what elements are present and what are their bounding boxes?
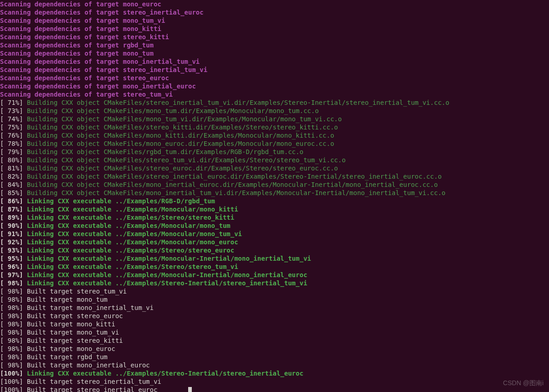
build-text: Building CXX object CMakeFiles/stereo_tu… — [27, 156, 346, 164]
terminal-line: [ 74%] Building CXX object CMakeFiles/mo… — [0, 115, 549, 123]
terminal-line: [ 98%] Built target mono_euroc — [0, 345, 549, 353]
percent-value: 98% — [4, 296, 19, 303]
terminal-line: Scanning dependencies of target mono_tum… — [0, 16, 549, 25]
terminal-line: [ 90%] Linking CXX executable ../Example… — [0, 222, 549, 230]
percent-value: 97% — [4, 271, 19, 279]
terminal-line: [ 81%] Building CXX object CMakeFiles/st… — [0, 164, 549, 172]
terminal-output: Scanning dependencies of target mono_eur… — [0, 0, 549, 392]
percent-value: 98% — [4, 345, 19, 352]
built-text: Built target stereo_euroc — [27, 312, 123, 320]
percent-value: 80% — [4, 156, 19, 164]
terminal-line: Scanning dependencies of target stereo_k… — [0, 33, 549, 41]
scan-text: Scanning dependencies of target mono_ine… — [0, 58, 200, 65]
terminal-line: [ 92%] Linking CXX executable ../Example… — [0, 238, 549, 246]
build-text: Building CXX object CMakeFiles/mono_tum.… — [27, 107, 319, 114]
terminal-line: Scanning dependencies of target stereo_i… — [0, 8, 549, 16]
terminal-line: [ 79%] Building CXX object CMakeFiles/rg… — [0, 148, 549, 156]
percent-value: 91% — [4, 230, 19, 237]
terminal-line: [ 73%] Building CXX object CMakeFiles/mo… — [0, 107, 549, 115]
percent-value: 78% — [4, 140, 19, 147]
build-text: Building CXX object CMakeFiles/mono_tum_… — [27, 115, 342, 123]
build-text: Building CXX object CMakeFiles/stereo_eu… — [27, 165, 338, 172]
percent-value: 92% — [4, 238, 19, 246]
percent-value: 95% — [4, 255, 19, 262]
built-text: Built target mono_kitti — [27, 320, 115, 328]
terminal-line: [ 82%] Building CXX object CMakeFiles/st… — [0, 172, 549, 181]
terminal-line: [ 98%] Built target mono_tum — [0, 295, 549, 304]
build-text: Building CXX object CMakeFiles/mono_iner… — [27, 189, 446, 196]
build-text: Building CXX object CMakeFiles/stereo_in… — [27, 99, 449, 106]
percent-value: 93% — [4, 247, 19, 254]
terminal-line: Scanning dependencies of target stereo_t… — [0, 90, 549, 98]
percent-value: 98% — [4, 329, 19, 336]
build-text: Building CXX object CMakeFiles/stereo_in… — [27, 173, 441, 180]
terminal-line: Scanning dependencies of target stereo_e… — [0, 74, 549, 82]
percent-value: 75% — [4, 124, 19, 131]
terminal-line: [ 93%] Linking CXX executable ../Example… — [0, 246, 549, 254]
terminal-line: [ 78%] Building CXX object CMakeFiles/mo… — [0, 139, 549, 148]
link-text: Linking CXX executable ../Examples/Monoc… — [27, 255, 311, 262]
built-text: Built target mono_tum — [27, 296, 108, 303]
built-text: Built target stereo_inertial_tum_vi — [27, 378, 161, 385]
terminal-line: [ 85%] Building CXX object CMakeFiles/mo… — [0, 189, 549, 197]
percent-value: 90% — [4, 222, 19, 229]
built-text: Built target rgbd_tum — [27, 353, 108, 361]
percent-value: 81% — [4, 165, 19, 172]
percent-value: 100% — [4, 386, 19, 392]
scan-text: Scanning dependencies of target rgbd_tum — [0, 41, 154, 49]
percent-value: 98% — [4, 353, 19, 361]
built-text: Built target mono_inertial_tum_vi — [27, 304, 154, 311]
built-text: Built target stereo_tum_vi — [27, 288, 127, 295]
percent-value: 98% — [4, 320, 19, 328]
terminal-line: Scanning dependencies of target mono_ine… — [0, 82, 549, 90]
scan-text: Scanning dependencies of target stereo_e… — [0, 74, 169, 82]
terminal-line: [ 86%] Linking CXX executable ../Example… — [0, 197, 549, 205]
terminal-line: [ 98%] Built target rgbd_tum — [0, 353, 549, 361]
scan-text: Scanning dependencies of target stereo_i… — [0, 66, 207, 73]
percent-value: 86% — [4, 197, 19, 205]
terminal-line: Scanning dependencies of target mono_tum — [0, 49, 549, 57]
percent-value: 98% — [4, 279, 19, 287]
terminal-line: [100%] Built target stereo_inertial_tum_… — [0, 377, 549, 386]
terminal-line: [ 84%] Building CXX object CMakeFiles/mo… — [0, 181, 549, 189]
terminal-line: [ 98%] Built target mono_kitti — [0, 320, 549, 328]
percent-value: 87% — [4, 206, 19, 213]
scan-text: Scanning dependencies of target stereo_t… — [0, 91, 173, 98]
percent-value: 98% — [4, 361, 19, 369]
terminal-line: [ 97%] Linking CXX executable ../Example… — [0, 271, 549, 279]
percent-value: 76% — [4, 132, 19, 139]
build-text: Building CXX object CMakeFiles/rgbd_tum.… — [27, 148, 303, 155]
build-text: Building CXX object CMakeFiles/mono_kitt… — [27, 132, 334, 139]
link-text: Linking CXX executable ../Examples/Monoc… — [27, 271, 307, 279]
percent-value: 100% — [4, 370, 19, 377]
terminal-line: [ 98%] Built target mono_tum_vi — [0, 328, 549, 336]
cursor — [188, 387, 192, 392]
percent-value: 71% — [4, 99, 19, 106]
link-text: Linking CXX executable ../Examples/Stere… — [27, 214, 234, 221]
terminal-line: Scanning dependencies of target rgbd_tum — [0, 41, 549, 49]
watermark: CSDN @图南i — [503, 379, 544, 387]
percent-value: 84% — [4, 181, 19, 188]
scan-text: Scanning dependencies of target mono_eur… — [0, 0, 161, 8]
percent-value: 82% — [4, 173, 19, 180]
percent-value: 79% — [4, 148, 19, 155]
terminal-line: [ 87%] Linking CXX executable ../Example… — [0, 205, 549, 213]
percent-value: 73% — [4, 107, 19, 114]
link-text: Linking CXX executable ../Examples/Monoc… — [27, 222, 231, 229]
terminal-line: [ 95%] Linking CXX executable ../Example… — [0, 254, 549, 263]
build-text: Building CXX object CMakeFiles/mono_euro… — [27, 140, 334, 147]
built-text: Built target mono_tum_vi — [27, 329, 119, 336]
built-text: Built target mono_euroc — [27, 345, 115, 352]
terminal-line: [ 75%] Building CXX object CMakeFiles/st… — [0, 123, 549, 131]
link-text: Linking CXX executable ../Examples/Stere… — [27, 279, 307, 287]
scan-text: Scanning dependencies of target mono_ine… — [0, 83, 196, 90]
percent-value: 100% — [4, 378, 19, 385]
link-text: Linking CXX executable ../Examples/Monoc… — [27, 206, 238, 213]
terminal-line: [ 98%] Built target stereo_kitti — [0, 336, 549, 345]
scan-text: Scanning dependencies of target mono_kit… — [0, 25, 161, 32]
link-text: Linking CXX executable ../Examples/Stere… — [27, 370, 303, 377]
terminal-line: Scanning dependencies of target stereo_i… — [0, 66, 549, 74]
terminal-line: [100%] Linking CXX executable ../Example… — [0, 369, 549, 377]
terminal-line: [ 98%] Built target stereo_euroc — [0, 312, 549, 320]
built-text: Built target mono_inertial_euroc — [27, 361, 150, 369]
